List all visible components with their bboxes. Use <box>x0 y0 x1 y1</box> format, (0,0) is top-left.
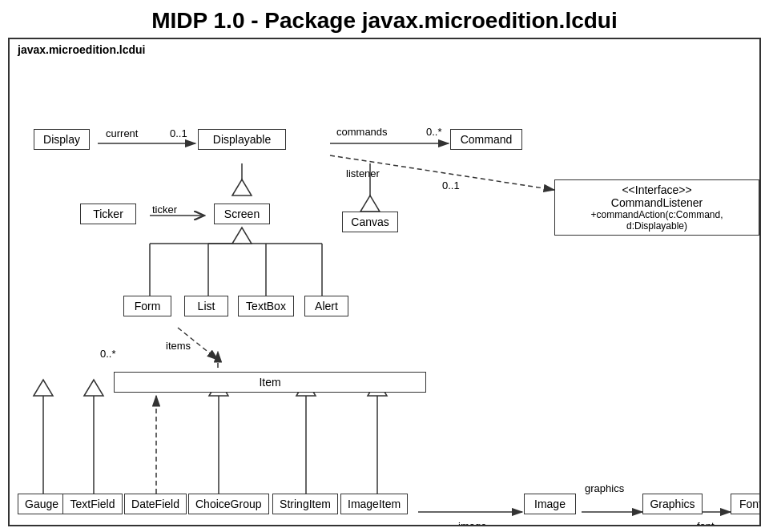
font-box: Font <box>731 494 761 514</box>
label-items: items <box>166 340 191 352</box>
choicegroup-box: ChoiceGroup <box>188 494 269 514</box>
screen-box: Screen <box>214 204 270 224</box>
diagram-svg <box>10 39 759 525</box>
diagram-container: javax.microedition.lcdui <box>8 38 761 526</box>
interface-line2: CommandListener <box>562 196 752 209</box>
label-range-01: 0..1 <box>170 127 187 139</box>
label-commands: commands <box>336 126 388 138</box>
svg-marker-24 <box>84 380 103 396</box>
label-range-0star: 0..* <box>426 126 442 138</box>
page-title: MIDP 1.0 - Package javax.microedition.lc… <box>0 0 769 38</box>
interface-line1: <<Interface>> <box>562 183 752 196</box>
svg-marker-9 <box>232 179 252 195</box>
svg-marker-11 <box>360 195 380 212</box>
stringitem-box: StringItem <box>272 494 338 514</box>
svg-marker-22 <box>34 380 53 396</box>
label-listener: listener <box>346 167 380 179</box>
label-current: current <box>106 127 138 139</box>
command-box: Command <box>450 129 522 150</box>
imageitem-box: ImageItem <box>340 494 408 514</box>
textfield-box: TextField <box>62 494 123 514</box>
commandlistener-box: <<Interface>> CommandListener +commandAc… <box>554 179 759 236</box>
item-box: Item <box>114 372 426 393</box>
textbox-box: TextBox <box>238 296 294 316</box>
label-ticker: ticker <box>152 204 177 216</box>
displayable-box: Displayable <box>198 129 286 150</box>
form-box: Form <box>123 296 171 316</box>
ticker-box: Ticker <box>80 204 136 224</box>
display-box: Display <box>34 129 90 150</box>
package-label: javax.microedition.lcdui <box>18 43 146 56</box>
gauge-box: Gauge <box>18 494 66 514</box>
label-range-0star2: 0..* <box>100 348 116 360</box>
label-image: image <box>458 520 486 526</box>
canvas-box: Canvas <box>342 212 398 232</box>
label-range-01b: 0..1 <box>442 179 460 191</box>
svg-marker-19 <box>232 228 252 244</box>
alert-box: Alert <box>304 296 348 316</box>
interface-line3: +commandAction(c:Command, d:Displayable) <box>562 209 752 232</box>
datefield-box: DateField <box>124 494 187 514</box>
list-box: List <box>184 296 228 316</box>
label-font: font <box>697 520 715 526</box>
label-graphics: graphics <box>585 482 624 494</box>
image-box: Image <box>524 494 576 514</box>
graphics-box: Graphics <box>642 494 703 514</box>
